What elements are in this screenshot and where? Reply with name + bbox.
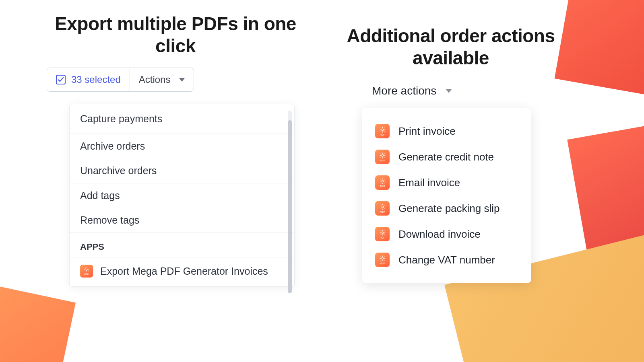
menu-item-generate-credit-note[interactable]: PDF Generate credit note: [362, 144, 531, 170]
pdf-icon-label: PDF: [380, 237, 385, 239]
menu-item-label: Download invoice: [398, 228, 481, 241]
menu-item-download-invoice[interactable]: PDF Download invoice: [362, 221, 531, 247]
menu-item-change-vat-number[interactable]: PDF Change VAT number: [362, 247, 531, 273]
gear-icon: [379, 255, 386, 262]
more-actions-label: More actions: [372, 84, 436, 97]
menu-item-label: Change VAT number: [398, 254, 495, 266]
svg-point-1: [382, 129, 384, 131]
svg-point-2: [382, 155, 384, 157]
actions-dropdown-button[interactable]: Actions: [130, 68, 194, 91]
menu-item-label: Print invoice: [398, 125, 456, 138]
menu-item-print-invoice[interactable]: PDF Print invoice: [362, 118, 531, 144]
pdf-icon-label: PDF: [85, 273, 89, 276]
pdf-icon-label: PDF: [380, 134, 385, 136]
heading-export-pdfs: Export multiple PDFs in one click: [47, 13, 304, 57]
right-column: Additional order actions available More …: [330, 25, 572, 283]
menu-item-email-invoice[interactable]: PDF Email invoice: [362, 170, 531, 195]
menu-item-capture-payments[interactable]: Capture payments: [70, 104, 294, 134]
pdf-app-icon: PDF: [80, 265, 93, 278]
heading-additional-actions: Additional order actions available: [330, 25, 572, 69]
svg-point-0: [86, 269, 87, 271]
svg-point-6: [382, 258, 384, 260]
menu-item-label: Generate credit note: [398, 151, 494, 163]
menu-item-label: Generate packing slip: [398, 202, 500, 215]
selected-count-segment[interactable]: 33 selected: [47, 68, 130, 91]
gear-icon: [379, 229, 386, 236]
scroll-thumb[interactable]: [288, 120, 292, 293]
gear-icon: [379, 152, 386, 159]
gear-icon: [379, 126, 386, 133]
pdf-icon-label: PDF: [380, 185, 385, 187]
chevron-down-icon: [179, 78, 185, 82]
gear-icon: [379, 178, 386, 185]
pdf-icon-label: PDF: [380, 159, 385, 162]
pdf-app-icon: PDF: [375, 253, 390, 267]
menu-item-add-tags[interactable]: Add tags: [70, 183, 294, 208]
pdf-app-icon: PDF: [375, 175, 390, 190]
menu-item-label: Export Mega PDF Generator Invoices: [100, 265, 268, 277]
gear-icon: [379, 204, 386, 210]
checkmark-icon: [58, 76, 64, 83]
menu-item-generate-packing-slip[interactable]: PDF Generate packing slip: [362, 195, 531, 221]
pdf-icon-label: PDF: [380, 211, 385, 213]
pdf-app-icon: PDF: [375, 201, 390, 216]
svg-point-3: [382, 181, 384, 183]
menu-item-export-pdf-app[interactable]: PDF Export Mega PDF Generator Invoices: [70, 257, 294, 286]
more-actions-menu: PDF Print invoice PDF Generate credit no…: [362, 108, 531, 283]
menu-item-label: Email invoice: [398, 177, 460, 189]
selected-count-label: 33 selected: [71, 74, 121, 85]
menu-item-archive-orders[interactable]: Archive orders: [70, 134, 294, 158]
pdf-app-icon: PDF: [375, 124, 390, 138]
select-all-checkbox[interactable]: [56, 75, 66, 84]
pdf-app-icon: PDF: [375, 150, 390, 164]
pdf-app-icon: PDF: [375, 227, 390, 241]
bulk-actions-toolbar: 33 selected Actions: [47, 68, 194, 92]
actions-label: Actions: [139, 74, 171, 85]
left-column: Export multiple PDFs in one click 33 sel…: [47, 13, 304, 92]
chevron-down-icon: [446, 89, 452, 93]
menu-section-apps: APPS: [70, 232, 294, 257]
svg-point-5: [382, 232, 384, 234]
decorative-shape: [0, 279, 76, 362]
menu-item-remove-tags[interactable]: Remove tags: [70, 208, 294, 232]
svg-point-4: [382, 206, 384, 208]
actions-dropdown-menu: Capture payments Archive orders Unarchiv…: [69, 104, 295, 287]
scrollbar[interactable]: [288, 111, 292, 280]
menu-item-unarchive-orders[interactable]: Unarchive orders: [70, 158, 294, 183]
more-actions-dropdown-button[interactable]: More actions: [372, 84, 572, 97]
gear-icon: [84, 267, 90, 273]
pdf-icon-label: PDF: [380, 262, 385, 265]
